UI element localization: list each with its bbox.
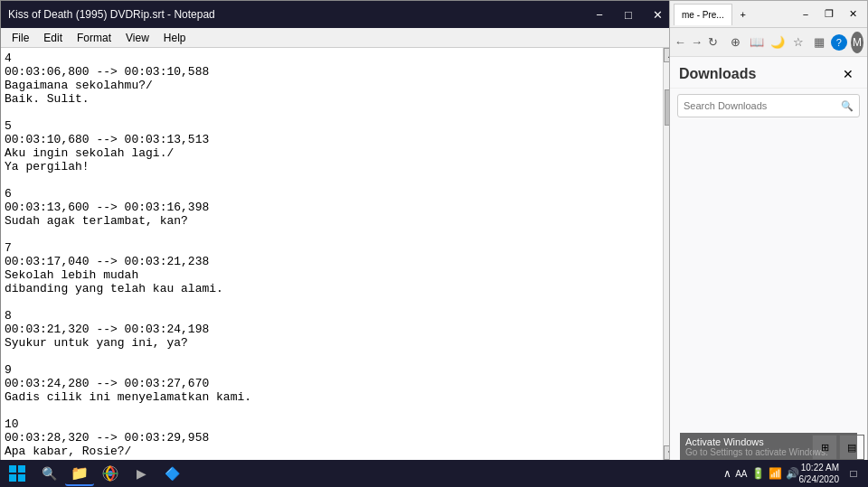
- downloads-header: Downloads ✕: [670, 57, 867, 89]
- extensions-icon[interactable]: ⊕: [727, 33, 745, 52]
- info-icon[interactable]: ?: [831, 34, 847, 51]
- terminal-icon: ▶: [137, 466, 146, 481]
- wifi-icon: 📶: [769, 467, 782, 480]
- keyboard-icon: AA: [735, 469, 747, 479]
- taskbar-apps: 🔍 📁 ▶ 🔷: [34, 461, 186, 486]
- notepad-title: Kiss of Death (1995) DVDRip.srt - Notepa…: [8, 8, 587, 21]
- clock-time: 10:22 AM: [801, 462, 839, 473]
- notepad-minimize-btn[interactable]: −: [587, 5, 612, 23]
- downloads-search-input[interactable]: [684, 100, 841, 111]
- app5-icon: 🔷: [165, 466, 180, 481]
- notepad-close-btn[interactable]: ✕: [645, 5, 670, 23]
- chrome-icon: [102, 465, 118, 482]
- downloads-close-btn[interactable]: ✕: [838, 64, 858, 84]
- downloads-search-icon: 🔍: [841, 100, 854, 112]
- downloads-body: [670, 123, 867, 460]
- notepad-titlebar: Kiss of Death (1995) DVDRip.srt - Notepa…: [1, 1, 677, 28]
- back-btn[interactable]: ←: [674, 32, 686, 53]
- star-icon[interactable]: ☆: [789, 33, 807, 52]
- browser-window: me - Pre... + − ❐ ✕ ← → ↻ ⊕ 📖 🌙 ☆ ▦ ? M …: [669, 0, 868, 461]
- battery-icon: 🔋: [751, 467, 765, 480]
- windows-icon: [8, 464, 26, 482]
- taskbar-terminal[interactable]: ▶: [127, 461, 156, 486]
- menu-file[interactable]: File: [5, 30, 36, 46]
- browser-toolbar: ← → ↻ ⊕ 📖 🌙 ☆ ▦ ? M: [670, 28, 867, 57]
- browser-tab-active[interactable]: me - Pre...: [674, 4, 732, 25]
- taskbar-file-explorer[interactable]: 📁: [65, 461, 94, 486]
- activate-icon-2[interactable]: ▤: [839, 435, 864, 460]
- refresh-btn[interactable]: ↻: [707, 32, 720, 53]
- browser-titlebar: me - Pre... + − ❐ ✕: [670, 1, 867, 28]
- notepad-content-area: ▲ ▼: [1, 48, 677, 460]
- notepad-textarea[interactable]: [1, 48, 663, 460]
- browser-icons: ⊕ 📖 🌙 ☆ ▦ ?: [727, 33, 847, 52]
- browser-restore-btn[interactable]: ❐: [818, 5, 840, 23]
- moon-icon[interactable]: 🌙: [769, 33, 787, 52]
- browser-minimize-btn[interactable]: −: [795, 5, 816, 23]
- browser-avatar[interactable]: M: [851, 32, 863, 53]
- book-icon[interactable]: 📖: [748, 33, 766, 52]
- show-hidden-icon[interactable]: ∧: [723, 467, 731, 480]
- notification-btn[interactable]: □: [843, 461, 864, 486]
- browser-window-controls: − ❐ ✕: [795, 5, 863, 23]
- start-button[interactable]: [4, 461, 31, 486]
- clock-date: 6/24/2020: [799, 473, 840, 485]
- browser-tab-label: me - Pre...: [682, 10, 724, 20]
- collect-icon[interactable]: ▦: [810, 33, 828, 52]
- activate-icon-1[interactable]: ⊞: [812, 435, 837, 460]
- svg-rect-2: [9, 474, 16, 482]
- notepad-maximize-btn[interactable]: □: [616, 5, 641, 23]
- menu-view[interactable]: View: [118, 30, 156, 46]
- taskbar-app5[interactable]: 🔷: [157, 461, 186, 486]
- taskbar-chrome[interactable]: [96, 461, 125, 486]
- notepad-window: Kiss of Death (1995) DVDRip.srt - Notepa…: [0, 0, 678, 461]
- taskbar: 🔍 📁 ▶ 🔷 ∧ AA 🔋 📶 🔊 10:22 AM 6: [0, 460, 868, 487]
- svg-rect-0: [9, 465, 16, 473]
- taskbar-search[interactable]: 🔍: [34, 461, 63, 486]
- notification-icon: □: [850, 467, 856, 480]
- menu-format[interactable]: Format: [70, 30, 118, 46]
- new-tab-btn[interactable]: +: [732, 5, 754, 23]
- taskbar-clock[interactable]: 10:22 AM 6/24/2020: [799, 462, 844, 485]
- forward-btn[interactable]: →: [690, 32, 703, 53]
- search-icon: 🔍: [42, 466, 57, 481]
- menu-edit[interactable]: Edit: [36, 30, 70, 46]
- folder-icon: 📁: [71, 464, 89, 482]
- downloads-search-bar: 🔍: [677, 94, 860, 117]
- systray: ∧ AA 🔋 📶 🔊: [723, 467, 798, 480]
- activate-icons: ⊞ ▤: [812, 435, 864, 460]
- avatar-initial: M: [853, 36, 862, 49]
- svg-rect-1: [18, 465, 25, 473]
- notepad-controls: − □ ✕: [587, 5, 670, 23]
- svg-rect-3: [18, 474, 25, 482]
- menu-help[interactable]: Help: [156, 30, 193, 46]
- browser-tabs: me - Pre... +: [674, 4, 795, 25]
- browser-close-btn[interactable]: ✕: [842, 5, 863, 23]
- downloads-title: Downloads: [679, 66, 756, 82]
- volume-icon: 🔊: [786, 467, 799, 480]
- notepad-menubar: File Edit Format View Help: [1, 28, 677, 48]
